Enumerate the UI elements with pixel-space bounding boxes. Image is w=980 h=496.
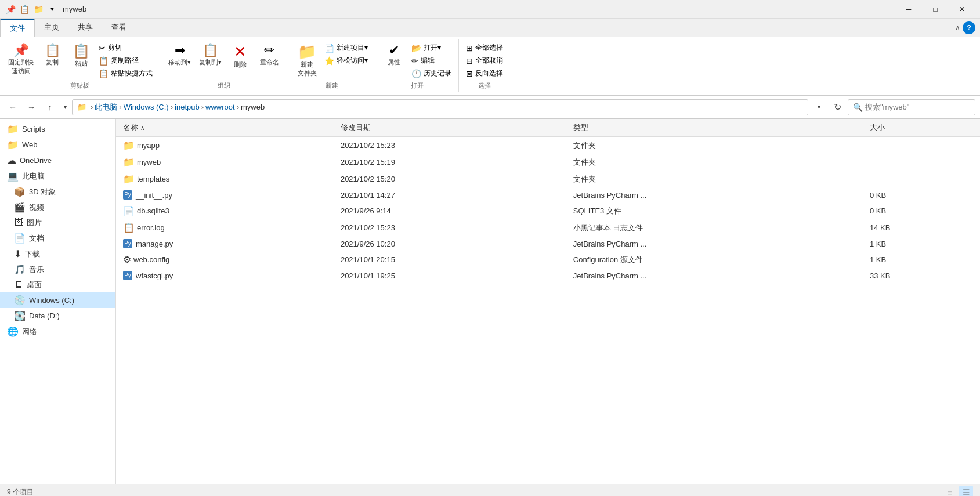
copy-button[interactable]: 📋 复制 <box>38 42 66 69</box>
file-date-1: 2021/10/2 15:19 <box>334 154 566 171</box>
sidebar-item-11[interactable]: 💿Windows (C:) <box>0 292 115 308</box>
sidebar-item-2[interactable]: ☁OneDrive <box>0 153 115 168</box>
search-input[interactable] <box>865 103 970 111</box>
path-segment-computer[interactable]: 此电脑 <box>95 102 117 113</box>
copy-to-button[interactable]: 📋 复制到▾ <box>196 42 225 69</box>
sidebar-item-13[interactable]: 🌐网络 <box>0 324 115 339</box>
new-label: 新建 <box>326 81 338 90</box>
ribbon-collapse-button[interactable]: ∧ <box>955 24 960 32</box>
scissors-icon: ✂ <box>99 44 106 53</box>
forward-button[interactable]: → <box>23 99 39 115</box>
help-button[interactable]: ? <box>963 21 975 34</box>
sidebar-item-7[interactable]: 📄文档 <box>0 230 115 246</box>
table-row[interactable]: Py__init__.py 2021/10/1 14:27 JetBrains … <box>116 187 980 202</box>
history-button[interactable]: 🕒 历史记录 <box>409 67 454 79</box>
rename-button[interactable]: ✏ 重命名 <box>255 42 283 69</box>
deselect-icon: ⊟ <box>466 56 473 66</box>
new-folder-button[interactable]: 📁 新建文件夹 <box>293 42 321 80</box>
col-size-header[interactable]: 大小 <box>863 119 980 137</box>
table-row[interactable]: 📄db.sqlite3 2021/9/26 9:14 SQLITE3 文件 0 … <box>116 202 980 219</box>
invert-icon: ⊠ <box>466 69 473 78</box>
col-name-header[interactable]: 名称 ∧ <box>116 119 334 137</box>
col-date-header[interactable]: 修改日期 <box>334 119 566 137</box>
quick-access-icons: 📌 📋 📁 ▼ <box>5 3 58 15</box>
invert-selection-button[interactable]: ⊠ 反向选择 <box>464 67 505 79</box>
paste-shortcut-icon: 📋 <box>99 69 109 78</box>
sidebar-icon-5: 🎬 <box>14 202 26 213</box>
table-row[interactable]: 📁myweb 2021/10/2 15:19 文件夹 <box>116 154 980 171</box>
sidebar-icon-1: 📁 <box>7 139 19 150</box>
select-all-button[interactable]: ⊞ 全部选择 <box>464 42 505 54</box>
up-button[interactable]: ↑ <box>42 99 58 115</box>
tab-home[interactable]: 主页 <box>35 19 68 37</box>
sidebar-item-9[interactable]: 🎵音乐 <box>0 262 115 277</box>
address-path[interactable]: 📁 › 此电脑 › Windows (C:) › inetpub › wwwro… <box>72 99 808 115</box>
path-segment-drive[interactable]: Windows (C:) <box>124 103 169 111</box>
properties-button[interactable]: ✔ 属性 <box>380 42 408 69</box>
dropdown-icon[interactable]: ▼ <box>46 3 58 15</box>
sidebar-item-5[interactable]: 🎬视频 <box>0 200 115 215</box>
sidebar-item-6[interactable]: 🖼图片 <box>0 215 115 230</box>
sidebar-item-12[interactable]: 💽Data (D:) <box>0 308 115 324</box>
list-view-button[interactable]: ≡ <box>943 486 957 497</box>
copy-to-icon: 📋 <box>202 44 218 57</box>
table-row[interactable]: 📋error.log 2021/10/2 15:23 小黑记事本 日志文件 14… <box>116 219 980 236</box>
address-bar: ← → ↑ ▾ 📁 › 此电脑 › Windows (C:) › inetpub… <box>0 96 980 119</box>
paste-button[interactable]: 📋 粘贴 <box>67 42 95 70</box>
file-name-7: ⚙web.config <box>123 254 327 265</box>
copy-path-button[interactable]: 📋 复制路径 <box>96 55 155 67</box>
rename-icon: ✏ <box>264 44 274 57</box>
folder-icon[interactable]: 📁 <box>32 3 44 15</box>
table-row[interactable]: 📁myapp 2021/10/2 15:23 文件夹 <box>116 137 980 154</box>
ribbon-group-new: 📁 新建文件夹 📄 新建项目▾ ⭐ 轻松访问▾ 新建 <box>288 39 375 92</box>
back-button[interactable]: ← <box>5 99 21 115</box>
dropdown-recent-button[interactable]: ▾ <box>60 99 70 115</box>
table-row[interactable]: 📁templates 2021/10/2 15:20 文件夹 <box>116 171 980 187</box>
table-row[interactable]: ⚙web.config 2021/10/1 20:15 Configuratio… <box>116 251 980 268</box>
sidebar-item-8[interactable]: ⬇下载 <box>0 246 115 262</box>
search-box[interactable]: 🔍 <box>848 99 975 115</box>
pin-to-quick-access-button[interactable]: 📌 固定到快速访问 <box>5 42 37 78</box>
file-type-1: 文件夹 <box>566 154 863 171</box>
tab-share[interactable]: 共享 <box>68 19 102 37</box>
path-segment-wwwroot[interactable]: wwwroot <box>205 103 235 111</box>
path-segment-inetpub[interactable]: inetpub <box>175 103 200 111</box>
paste-shortcut-button[interactable]: 📋 粘贴快捷方式 <box>96 67 155 79</box>
main-area: 📁Scripts📁Web☁OneDrive💻此电脑📦3D 对象🎬视频🖼图片📄文档… <box>0 119 980 484</box>
edit-button[interactable]: ✏ 编辑 <box>409 55 454 67</box>
refresh-button[interactable]: ↻ <box>829 99 845 115</box>
sidebar-item-4[interactable]: 📦3D 对象 <box>0 184 115 200</box>
detail-view-button[interactable]: ☰ <box>959 486 973 497</box>
deselect-all-button[interactable]: ⊟ 全部取消 <box>464 55 505 67</box>
sidebar-item-10[interactable]: 🖥桌面 <box>0 277 115 292</box>
open-button[interactable]: 📂 打开▾ <box>409 42 454 54</box>
sidebar-item-3[interactable]: 💻此电脑 <box>0 168 115 184</box>
pin-icon[interactable]: 📌 <box>5 3 16 15</box>
file-list: 名称 ∧ 修改日期 类型 大小 📁myapp 2021/10/2 15:23 文… <box>116 119 980 283</box>
sidebar-icon-3: 💻 <box>7 171 19 182</box>
table-row[interactable]: Pymanage.py 2021/9/26 10:20 JetBrains Py… <box>116 236 980 251</box>
dropdown-path-button[interactable]: ▾ <box>811 99 827 115</box>
sidebar-item-0[interactable]: 📁Scripts <box>0 121 115 137</box>
sidebar-item-1[interactable]: 📁Web <box>0 137 115 153</box>
ribbon-group-clipboard: 📌 固定到快速访问 📋 复制 📋 粘贴 ✂ 剪切 📋 复制路径 <box>0 39 160 92</box>
file-size-6: 1 KB <box>863 236 980 251</box>
easy-access-button[interactable]: ⭐ 轻松访问▾ <box>322 55 370 67</box>
sidebar-icon-10: 🖥 <box>14 280 23 290</box>
open-label: 打开 <box>411 81 424 90</box>
delete-button[interactable]: ✕ 删除 <box>226 42 254 71</box>
maximize-button[interactable]: □ <box>922 0 949 19</box>
table-row[interactable]: Pywfastcgi.py 2021/10/1 19:25 JetBrains … <box>116 268 980 283</box>
close-button[interactable]: ✕ <box>949 0 975 19</box>
new-item-button[interactable]: 📄 新建项目▾ <box>322 42 370 54</box>
copy-icon[interactable]: 📋 <box>19 3 30 15</box>
sidebar-label-5: 视频 <box>29 202 44 213</box>
cut-button[interactable]: ✂ 剪切 <box>96 42 155 54</box>
move-to-button[interactable]: ➡ 移动到▾ <box>165 42 194 69</box>
file-name-6: Pymanage.py <box>123 239 327 248</box>
sidebar-icon-2: ☁ <box>7 155 16 166</box>
col-type-header[interactable]: 类型 <box>566 119 863 137</box>
tab-view[interactable]: 查看 <box>102 19 136 37</box>
tab-file[interactable]: 文件 <box>0 19 35 37</box>
minimize-button[interactable]: ─ <box>895 0 922 19</box>
